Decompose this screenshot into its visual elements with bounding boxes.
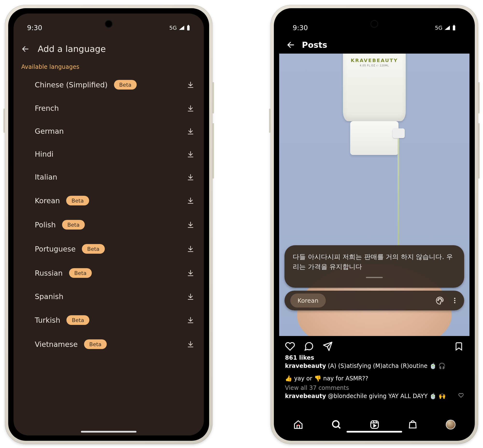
language-name: Russian	[35, 269, 63, 277]
language-row[interactable]: KoreanBeta	[20, 189, 197, 213]
home-tab-icon[interactable]	[293, 420, 303, 430]
language-row[interactable]: PolishBeta	[20, 213, 197, 237]
comment-text: @blondechile giving YAY ALL DAYY 🍵 🙌	[328, 393, 446, 400]
svg-rect-27	[453, 26, 455, 30]
download-icon[interactable]	[187, 151, 194, 158]
post-caption[interactable]: kravebeauty (A) (S)atisfying (M)atcha (R…	[279, 362, 469, 370]
phone-frame-left: 9:30 5G Add a language Available languag…	[5, 5, 213, 444]
shop-tab-icon[interactable]	[408, 420, 418, 430]
like-count[interactable]: 861 likes	[279, 353, 469, 362]
beta-badge: Beta	[62, 220, 85, 230]
language-row[interactable]: Italian	[20, 166, 197, 189]
status-time: 9:30	[27, 24, 42, 32]
download-icon[interactable]	[187, 81, 194, 88]
page-title: Add a language	[38, 44, 106, 54]
settings-screen: 9:30 5G Add a language Available languag…	[14, 14, 204, 435]
back-arrow-icon[interactable]	[21, 45, 29, 53]
language-row[interactable]: TurkishBeta	[20, 308, 197, 332]
svg-point-30	[438, 300, 439, 301]
language-name: Italian	[35, 173, 57, 181]
download-icon[interactable]	[187, 221, 194, 228]
signal-icon	[444, 25, 450, 30]
translate-caption[interactable]: 다들 아시다시피 저희는 판매를 거의 하지 않습니다. 우리는 가격을 유지합…	[285, 245, 464, 288]
share-icon[interactable]	[323, 341, 333, 352]
instagram-screen: 9:30 5G Posts KRAVEBEAUTY 4.05 FL.OZ ℮ 1…	[279, 14, 469, 435]
svg-point-31	[439, 298, 440, 299]
download-icon[interactable]	[187, 128, 194, 135]
post-media[interactable]: KRAVEBEAUTY 4.05 FL.OZ ℮ 120ML 다들 아시다시피 …	[279, 54, 469, 336]
comment-icon[interactable]	[304, 341, 314, 352]
like-icon[interactable]	[285, 341, 295, 352]
gesture-bar[interactable]	[81, 431, 136, 432]
svg-point-34	[454, 298, 456, 299]
drag-handle[interactable]	[366, 277, 383, 278]
language-name: Turkish	[35, 316, 60, 324]
front-camera	[106, 21, 112, 27]
language-row[interactable]: VietnameseBeta	[20, 332, 197, 356]
comment-username[interactable]: kravebeauty	[285, 393, 326, 400]
battery-icon	[187, 25, 190, 31]
download-icon[interactable]	[187, 245, 194, 252]
more-icon[interactable]	[451, 296, 458, 305]
profile-tab-avatar[interactable]	[446, 420, 456, 429]
product-tube: KRAVEBEAUTY 4.05 FL.OZ ℮ 120ML	[343, 54, 406, 121]
signal-icon	[179, 25, 185, 30]
download-icon[interactable]	[187, 174, 194, 181]
pump-cap	[350, 121, 399, 155]
download-icon[interactable]	[187, 293, 194, 300]
beta-badge: Beta	[66, 196, 89, 205]
posts-header: Posts	[279, 34, 469, 54]
download-icon[interactable]	[187, 316, 194, 324]
svg-point-37	[333, 421, 339, 427]
svg-rect-28	[454, 25, 455, 26]
beta-badge: Beta	[84, 339, 107, 349]
comment-row[interactable]: kravebeauty @blondechile giving YAY ALL …	[279, 392, 469, 400]
language-name: French	[35, 104, 59, 112]
battery-icon	[452, 25, 456, 31]
language-row[interactable]: RussianBeta	[20, 261, 197, 285]
bookmark-icon[interactable]	[454, 341, 464, 352]
svg-point-32	[440, 298, 441, 299]
beta-badge: Beta	[69, 268, 92, 278]
gesture-bar[interactable]	[347, 431, 402, 432]
back-arrow-icon[interactable]	[287, 40, 295, 49]
download-icon[interactable]	[187, 341, 194, 348]
language-row[interactable]: PortugueseBeta	[20, 237, 197, 261]
language-row[interactable]: German	[20, 120, 197, 143]
settings-header: Add a language	[14, 34, 204, 59]
language-row[interactable]: Spanish	[20, 285, 197, 308]
beta-badge: Beta	[82, 244, 105, 254]
view-comments[interactable]: View all 37 comments	[279, 383, 469, 392]
palette-icon[interactable]	[435, 296, 444, 305]
section-label: Available languages	[14, 59, 204, 73]
language-row[interactable]: French	[20, 97, 197, 120]
language-name: German	[35, 127, 64, 136]
beta-badge: Beta	[114, 80, 137, 89]
svg-point-36	[454, 302, 456, 304]
svg-line-38	[338, 426, 340, 428]
status-network: 5G	[435, 25, 442, 31]
product-size: 4.05 FL.OZ ℮ 120ML	[360, 64, 389, 67]
svg-point-35	[454, 300, 456, 301]
post-actions	[279, 336, 469, 353]
reels-tab-icon[interactable]	[369, 420, 380, 430]
svg-rect-1	[188, 25, 189, 26]
like-comment-icon[interactable]	[458, 393, 464, 398]
beta-badge: Beta	[66, 315, 89, 325]
translate-text: 다들 아시다시피 저희는 판매를 거의 하지 않습니다. 우리는 가격을 유지합…	[293, 253, 453, 270]
language-name: Polish	[35, 221, 56, 229]
status-time: 9:30	[293, 24, 308, 32]
download-icon[interactable]	[187, 197, 194, 204]
search-tab-icon[interactable]	[331, 420, 342, 430]
language-list[interactable]: Chinese (Simplified)BetaFrenchGermanHind…	[14, 73, 204, 356]
language-name: Portuguese	[35, 245, 76, 253]
download-icon[interactable]	[187, 105, 194, 112]
post-caption-line2: 👍 yay or 👎 nay for ASMR??	[279, 370, 469, 383]
language-chip[interactable]: Korean	[290, 294, 326, 308]
language-row[interactable]: Hindi	[20, 143, 197, 166]
language-row[interactable]: Chinese (Simplified)Beta	[20, 73, 197, 97]
svg-point-33	[441, 300, 442, 301]
phone-frame-right: 9:30 5G Posts KRAVEBEAUTY 4.05 FL.OZ ℮ 1…	[270, 5, 478, 444]
download-icon[interactable]	[187, 269, 194, 277]
caption-username[interactable]: kravebeauty	[285, 363, 326, 369]
